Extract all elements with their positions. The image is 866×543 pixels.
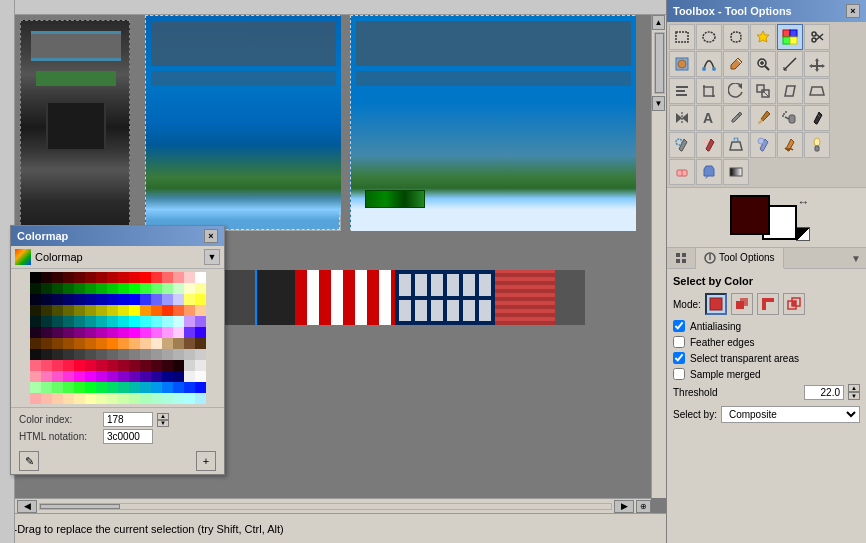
paintbrush-tool[interactable] — [750, 105, 776, 131]
scissors-select-tool[interactable] — [804, 24, 830, 50]
ellipse-select-tool[interactable] — [696, 24, 722, 50]
svg-rect-55 — [682, 259, 686, 263]
threshold-label: Threshold — [673, 387, 800, 398]
antialiasing-checkbox[interactable] — [673, 320, 685, 332]
svg-line-16 — [765, 66, 769, 70]
rect-select-tool[interactable] — [669, 24, 695, 50]
color-palette-grid[interactable] — [30, 272, 206, 404]
tab-bar: Tool Options ▼ — [667, 248, 866, 269]
swap-colors-icon[interactable]: ↔ — [798, 195, 810, 209]
dodge-burn-tool[interactable] — [804, 132, 830, 158]
tool-options-content: Select by Color Mode: Antialiasing — [667, 269, 866, 543]
toolbox-title: Toolbox - Tool Options — [673, 5, 792, 17]
mode-intersect-btn[interactable] — [783, 293, 805, 315]
crop-tool[interactable] — [696, 78, 722, 104]
svg-marker-22 — [809, 58, 825, 72]
flip-tool[interactable] — [669, 105, 695, 131]
mode-add-btn[interactable] — [731, 293, 753, 315]
tools-row-1 — [669, 24, 864, 50]
fuzzy-select-tool[interactable] — [750, 24, 776, 50]
select-by-label: Select by: — [673, 409, 717, 420]
toolbox-close-button[interactable]: × — [846, 4, 860, 18]
tab-tools[interactable] — [667, 248, 696, 268]
threshold-spinner[interactable]: ▲ ▼ — [848, 384, 860, 400]
blend-tool[interactable] — [723, 159, 749, 185]
select-transparent-row: Select transparent areas — [673, 352, 860, 364]
text-tool[interactable]: A — [696, 105, 722, 131]
svg-point-11 — [678, 60, 686, 68]
colormap-panel: Colormap × Colormap ▼ — [10, 225, 225, 475]
colormap-menu-btn[interactable]: ▼ — [204, 249, 220, 265]
bucket-fill-tool[interactable] — [696, 159, 722, 185]
zoom-tool[interactable] — [750, 51, 776, 77]
lasso-select-tool[interactable] — [723, 24, 749, 50]
svg-point-41 — [782, 115, 784, 117]
svg-rect-0 — [676, 32, 688, 42]
svg-rect-61 — [740, 298, 748, 306]
scrollbar-horizontal[interactable]: ◀ ▶ ⊕ — [15, 498, 651, 513]
color-index-row: Color index: ▲ ▼ — [19, 412, 216, 427]
paths-tool[interactable] — [696, 51, 722, 77]
healing-tool[interactable] — [696, 132, 722, 158]
mode-replace-btn[interactable] — [705, 293, 727, 315]
tools-row-2 — [669, 51, 864, 77]
color-index-input[interactable] — [103, 412, 153, 427]
measure-tool[interactable] — [777, 51, 803, 77]
threshold-input[interactable] — [804, 385, 844, 400]
color-swatches-area: ↔ — [667, 188, 866, 248]
alignment-tool[interactable] — [669, 78, 695, 104]
color-index-spinner[interactable]: ▲ ▼ — [157, 413, 169, 427]
perspective-tool[interactable] — [804, 78, 830, 104]
feather-edges-row: Feather edges — [673, 336, 860, 348]
sample-merged-label: Sample merged — [690, 369, 761, 380]
rotate-tool[interactable] — [723, 78, 749, 104]
tools-row-3 — [669, 78, 864, 104]
small-selection — [365, 190, 425, 208]
shear-tool[interactable] — [777, 78, 803, 104]
tab-menu-btn[interactable]: ▼ — [846, 248, 866, 268]
svg-rect-37 — [789, 115, 795, 123]
threshold-down[interactable]: ▼ — [848, 392, 860, 400]
svg-text:A: A — [703, 110, 713, 126]
fg-color-swatch[interactable] — [730, 195, 770, 235]
colormap-add-btn[interactable]: + — [196, 451, 216, 471]
feather-edges-checkbox[interactable] — [673, 336, 685, 348]
colormap-titlebar: Colormap × — [11, 226, 224, 246]
colormap-edit-btn[interactable]: ✎ — [19, 451, 39, 471]
sample-merged-row: Sample merged — [673, 368, 860, 380]
svg-marker-31 — [810, 87, 824, 95]
reset-colors-icon[interactable] — [796, 227, 810, 241]
tools-row-5 — [669, 132, 864, 158]
scale-tool[interactable] — [750, 78, 776, 104]
eraser-tool[interactable] — [669, 159, 695, 185]
html-notation-input[interactable] — [103, 429, 153, 444]
select-by-dropdown[interactable]: Composite Red Green Blue Alpha — [721, 406, 860, 423]
svg-point-47 — [814, 138, 820, 146]
svg-marker-32 — [676, 113, 682, 123]
move-tool[interactable] — [804, 51, 830, 77]
blur-sharpen-tool[interactable] — [750, 132, 776, 158]
mode-subtract-btn[interactable] — [757, 293, 779, 315]
scrollbar-vertical[interactable]: ▲ ▼ — [651, 15, 666, 498]
color-picker-tool[interactable] — [723, 51, 749, 77]
svg-line-19 — [784, 58, 796, 70]
threshold-up[interactable]: ▲ — [848, 384, 860, 392]
threshold-row: Threshold ▲ ▼ — [673, 384, 860, 400]
smudge-tool[interactable] — [777, 132, 803, 158]
airbrush-tool[interactable] — [777, 105, 803, 131]
select-by-color-tool[interactable] — [777, 24, 803, 50]
colormap-close-button[interactable]: × — [204, 229, 218, 243]
spinner-up[interactable]: ▲ — [157, 413, 169, 420]
tab-tool-options[interactable]: Tool Options — [696, 248, 784, 269]
ink-tool[interactable] — [804, 105, 830, 131]
svg-point-58 — [709, 254, 711, 256]
clone-tool[interactable] — [669, 132, 695, 158]
perspective-clone-tool[interactable] — [723, 132, 749, 158]
image-panel-1 — [20, 20, 130, 235]
select-transparent-checkbox[interactable] — [673, 352, 685, 364]
svg-point-46 — [758, 138, 764, 144]
pencil-tool[interactable] — [723, 105, 749, 131]
spinner-down[interactable]: ▼ — [157, 420, 169, 427]
sample-merged-checkbox[interactable] — [673, 368, 685, 380]
foreground-select-tool[interactable] — [669, 51, 695, 77]
